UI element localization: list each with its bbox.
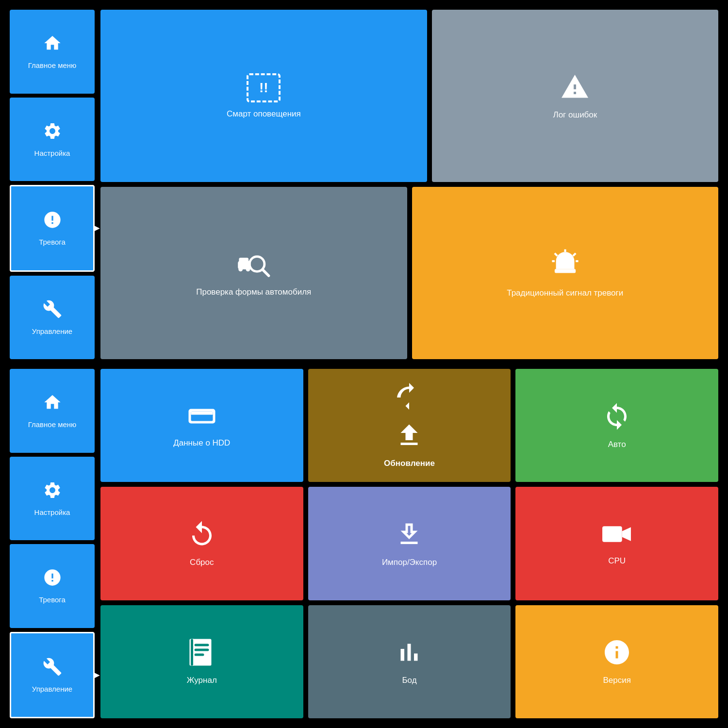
sidebar-item-manage-label: Управление [32,327,72,335]
sidebar-item-alarm2[interactable]: Тревога [10,544,95,628]
warning-triangle-icon [559,72,591,103]
smart-alert-icon: !! [247,73,281,102]
upload-icon [395,421,424,452]
sidebar-item-home-label: Главное меню [28,61,77,69]
home-icon [43,33,62,57]
svg-rect-21 [195,644,209,646]
tile-journal-label: Журнал [187,676,217,685]
sidebar-item-manage2-label: Управление [32,685,72,693]
top-row-1: !! Смарт оповещения Лог ошибок [100,10,718,182]
svg-rect-6 [555,269,576,273]
tile-car-check[interactable]: Проверка формы автомобиля [100,187,407,359]
sidebar-item-alarm2-label: Тревога [39,596,66,604]
wrench-icon-2 [43,657,62,681]
svg-marker-17 [406,402,410,410]
tile-bod-label: Бод [402,676,416,685]
tile-hdd[interactable]: Данные о HDD [100,369,303,482]
tile-import-label: Импор/Экспор [382,558,437,567]
bottom-grid: Данные о HDD [100,369,718,718]
sidebar-arrow-icon: ► [91,222,102,234]
sidebar-item-settings2[interactable]: Настройка [10,457,95,541]
sidebar-item-home2-label: Главное меню [28,420,77,429]
tile-auto[interactable]: Авто [515,369,718,482]
svg-line-8 [555,253,557,256]
svg-rect-18 [602,527,622,543]
tile-smart-alerts[interactable]: !! Смарт оповещения [100,10,427,182]
sidebar-arrow-bottom-icon: ► [91,669,102,681]
svg-rect-25 [191,639,193,666]
camera-icon [601,521,633,549]
car-search-icon [237,249,271,281]
sidebar-item-settings-label: Настройка [34,149,70,157]
gear-icon [43,121,62,145]
svg-rect-3 [239,257,248,263]
svg-line-1 [263,270,268,276]
svg-point-4 [238,267,243,271]
top-row-2: Проверка формы автомобиля [100,187,718,359]
tile-error-log[interactable]: Лог ошибок [432,10,718,182]
tile-log-label: Лог ошибок [553,110,597,120]
hdd-icon [187,403,216,431]
sidebar-item-alarm-label: Тревога [39,238,66,246]
tile-version-label: Версия [603,676,630,685]
svg-rect-14 [191,412,213,415]
tile-cpu[interactable]: CPU [515,487,718,600]
svg-rect-22 [195,649,209,651]
home-icon-2 [43,393,62,416]
reset-icon [187,520,216,551]
tile-update-label: Обновление [384,459,435,468]
tile-reset[interactable]: Сброс [100,487,303,600]
tile-trad-alarm-label: Традиционный сигнал тревоги [507,288,623,298]
tile-journal[interactable]: Журнал [100,605,303,718]
exclamation-circle-icon-2 [43,568,62,592]
tile-traditional-alarm[interactable]: Традиционный сигнал тревоги [412,187,719,359]
sidebar-item-settings2-label: Настройка [34,508,70,516]
svg-rect-20 [192,639,212,666]
top-sidebar: Главное меню Настройка Тревога ► [10,10,95,359]
exclamation-circle-icon [43,210,62,234]
top-main-area: !! Смарт оповещения Лог ошибок [100,10,718,359]
sidebar-item-manage[interactable]: Управление [10,276,95,360]
svg-point-5 [246,267,250,271]
svg-line-9 [573,253,576,256]
tile-auto-label: Авто [608,440,626,449]
tile-car-check-label: Проверка формы автомобиля [196,287,311,297]
siren-icon [549,248,581,281]
sidebar-item-home2[interactable]: Главное меню [10,369,95,453]
svg-rect-23 [195,654,204,656]
tile-update[interactable]: Обновление [308,369,511,482]
recycle-icon [602,402,631,433]
journal-icon [188,638,215,669]
bottom-sidebar: Главное меню Настройка Тревога [10,369,95,718]
tile-cpu-label: CPU [608,556,626,566]
gear-icon-2 [43,480,62,504]
tile-reset-label: Сброс [190,558,214,567]
import-export-icon [395,520,424,551]
sidebar-item-settings[interactable]: Настройка [10,98,95,182]
tile-version[interactable]: Версия [515,605,718,718]
bar-chart-icon [395,638,424,669]
tile-smart-label: Смарт оповещения [227,109,301,119]
wrench-icon [43,299,62,323]
tile-import-export[interactable]: Импор/Экспор [308,487,511,600]
svg-marker-19 [622,528,630,541]
sidebar-item-alarm[interactable]: Тревога ► [10,185,95,272]
info-circle-icon [602,638,631,669]
tile-hdd-label: Данные о HDD [173,438,230,448]
sidebar-item-home[interactable]: Главное меню [10,10,95,94]
tile-bod[interactable]: Бод [308,605,511,718]
update-icon [395,383,424,414]
sidebar-item-manage2[interactable]: Управление ► [10,632,95,719]
